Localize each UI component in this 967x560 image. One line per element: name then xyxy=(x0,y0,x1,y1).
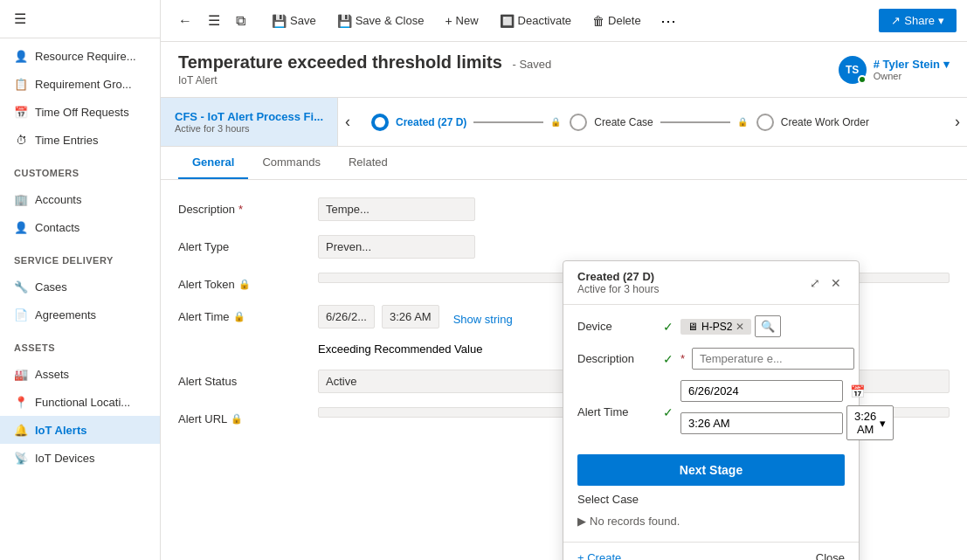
new-icon: + xyxy=(445,14,452,28)
sidebar-item-iot-alerts[interactable]: 🔔 IoT Alerts xyxy=(0,416,160,444)
cases-icon: 🔧 xyxy=(14,280,28,294)
select-case-section: Select Case ▶ No records found. xyxy=(577,493,845,531)
sidebar-item-time-entries[interactable]: ⏱ Time Entries xyxy=(0,126,160,154)
service-delivery-section-label: Service Delivery xyxy=(0,245,160,269)
exceeding-label-text: Exceeding Recommended Value xyxy=(318,342,482,356)
step-circle-created xyxy=(371,114,389,131)
more-button[interactable]: ⋯ xyxy=(653,8,683,34)
process-step-create-work-order[interactable]: 🔒 Create Work Order xyxy=(737,114,869,131)
sidebar-item-iot-devices[interactable]: 📡 IoT Devices xyxy=(0,444,160,472)
field-value-alert-type: Preven... xyxy=(318,235,950,259)
sidebar-item-agreements[interactable]: 📄 Agreements xyxy=(0,301,160,328)
sidebar-item-label: Accounts xyxy=(35,193,81,206)
popup-device-value: 🖥 H-PS2 ✕ 🔍 xyxy=(680,315,845,337)
alert-time-time[interactable]: 3:26 AM xyxy=(382,305,439,328)
popup-date-input[interactable] xyxy=(680,380,843,402)
dropdown-chevron-icon: ▾ xyxy=(880,417,886,430)
sidebar-item-label: Cases xyxy=(35,280,67,294)
device-chip-remove[interactable]: ✕ xyxy=(736,321,744,333)
owner-name[interactable]: # Tyler Stein ▾ xyxy=(874,58,950,71)
sidebar-item-functional-locations[interactable]: 📍 Functional Locati... xyxy=(0,388,160,416)
sidebar-item-label: Contacts xyxy=(35,221,79,234)
time-dropdown-button[interactable]: 3:26 AM ▾ xyxy=(846,405,894,440)
sidebar-item-cases[interactable]: 🔧 Cases xyxy=(0,273,160,301)
sidebar-item-label: Functional Locati... xyxy=(35,396,130,409)
sidebar-item-assets[interactable]: 🏭 Assets xyxy=(0,360,160,388)
next-stage-button[interactable]: Next Stage xyxy=(577,454,845,486)
sidebar-item-time-off-requests[interactable]: 📅 Time Off Requests xyxy=(0,98,160,126)
show-string-btn[interactable]: Show string xyxy=(453,308,513,326)
avatar: TS xyxy=(839,56,867,84)
record-title-line: Temperature exceeded threshold limits - … xyxy=(178,52,551,73)
save-close-button[interactable]: 💾 Save & Close xyxy=(328,9,433,33)
deactivate-button[interactable]: 🔲 Deactivate xyxy=(491,9,580,33)
process-popup: Created (27 D) Active for 3 hours ⤢ ✕ De… xyxy=(563,260,860,560)
new-window-button[interactable]: ⧉ xyxy=(229,9,252,32)
process-step-created[interactable]: Created (27 D) xyxy=(371,114,466,131)
description-value[interactable]: Tempe... xyxy=(318,197,475,221)
list-view-button[interactable]: ☰ xyxy=(201,9,227,32)
required-marker: * xyxy=(238,203,243,216)
popup-description-label: Description xyxy=(577,352,656,365)
process-next-button[interactable]: › xyxy=(948,98,967,146)
process-step-create-case[interactable]: 🔒 Create Case xyxy=(550,114,653,131)
owner-name-text: # Tyler Stein xyxy=(874,58,940,71)
sidebar-top-group: 👤 Resource Require... 📋 Requirement Gro.… xyxy=(0,38,160,157)
contacts-icon: 👤 xyxy=(14,220,28,234)
sidebar-item-requirement-groups[interactable]: 📋 Requirement Gro... xyxy=(0,70,160,98)
popup-create-button[interactable]: + Create xyxy=(577,551,621,560)
process-stage-name: CFS - IoT Alert Process Fi... xyxy=(175,110,323,123)
field-label-alert-type: Alert Type xyxy=(178,235,318,253)
device-icon: 🖥 xyxy=(687,321,698,333)
popup-close-icon-button[interactable]: ✕ xyxy=(827,274,845,292)
delete-label: Delete xyxy=(608,14,641,27)
popup-alert-time-label: Alert Time xyxy=(577,405,656,418)
popup-time-row: 3:26 AM ▾ xyxy=(680,402,894,444)
popup-header-left: Created (27 D) Active for 3 hours xyxy=(577,270,659,295)
arrow-icon: ▶ xyxy=(577,515,586,528)
check-icon-device: ✓ xyxy=(663,320,673,334)
new-button[interactable]: + New xyxy=(436,9,487,33)
check-icon-alert-time: ✓ xyxy=(663,405,673,419)
alert-type-value[interactable]: Preven... xyxy=(318,235,475,259)
resource-icon: 👤 xyxy=(14,49,28,63)
share-button[interactable]: ↗ Share ▾ xyxy=(879,9,957,32)
sidebar-item-resource-requirements[interactable]: 👤 Resource Require... xyxy=(0,42,160,70)
delete-icon: 🗑 xyxy=(592,14,604,28)
popup-close-button[interactable]: Close xyxy=(816,551,845,560)
process-prev-button[interactable]: ‹ xyxy=(338,98,357,146)
field-label-alert-token: Alert Token 🔒 xyxy=(178,273,318,291)
lock-icon-alert-time: 🔒 xyxy=(233,311,245,322)
owner-section: TS # Tyler Stein ▾ Owner xyxy=(839,56,950,84)
share-chevron-icon: ▾ xyxy=(938,14,944,27)
assets-group: 🏭 Assets 📍 Functional Locati... 🔔 IoT Al… xyxy=(0,356,160,475)
sidebar-item-label: Agreements xyxy=(35,308,96,321)
step-label-create-work-order: Create Work Order xyxy=(781,116,869,128)
delete-button[interactable]: 🗑 Delete xyxy=(584,9,650,33)
sidebar-item-contacts[interactable]: 👤 Contacts xyxy=(0,213,160,241)
tab-general[interactable]: General xyxy=(178,147,248,179)
assets-icon: 🏭 xyxy=(14,367,28,381)
popup-field-alert-time: Alert Time ✓ 📅 3:26 AM ▾ xyxy=(577,380,845,444)
calendar-icon[interactable]: 📅 xyxy=(846,383,868,400)
device-search-button[interactable]: 🔍 xyxy=(755,315,781,337)
tab-commands[interactable]: Commands xyxy=(248,147,334,179)
process-active-stage[interactable]: CFS - IoT Alert Process Fi... Active for… xyxy=(161,98,338,146)
alert-time-date[interactable]: 6/26/2... xyxy=(318,305,375,328)
tab-related[interactable]: Related xyxy=(335,147,402,179)
popup-field-description: Description ✓ * xyxy=(577,348,845,370)
check-icon-description: ✓ xyxy=(663,352,673,366)
avatar-status-badge xyxy=(858,75,867,84)
step-connector-2 xyxy=(660,121,730,123)
form-field-alert-type: Alert Type Preven... xyxy=(178,235,950,259)
popup-expand-button[interactable]: ⤢ xyxy=(806,274,824,292)
back-button[interactable]: ← xyxy=(171,9,199,32)
iot-alerts-icon: 🔔 xyxy=(14,423,28,437)
popup-description-input[interactable] xyxy=(692,348,854,370)
hamburger-icon[interactable]: ☰ xyxy=(14,10,26,27)
save-button[interactable]: 💾 Save xyxy=(263,9,325,33)
sidebar-item-accounts[interactable]: 🏢 Accounts xyxy=(0,185,160,213)
popup-controls: ⤢ ✕ xyxy=(806,274,845,292)
popup-time-input[interactable] xyxy=(680,412,843,434)
time-entries-icon: ⏱ xyxy=(14,133,28,147)
